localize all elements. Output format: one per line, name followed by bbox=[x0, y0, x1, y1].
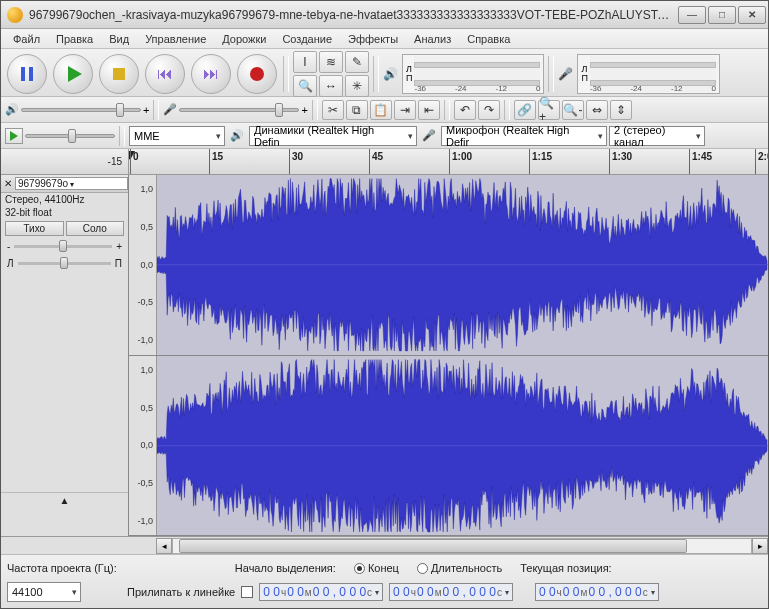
menu-transport[interactable]: Управление bbox=[137, 31, 214, 47]
horizontal-scrollbar[interactable]: ◂ ▸ bbox=[1, 536, 768, 554]
timeshift-tool-icon[interactable]: ↔ bbox=[319, 75, 343, 97]
amplitude-scale-left: 1,0 0,5 0,0 -0,5 -1,0 bbox=[129, 175, 157, 355]
audio-host-dropdown[interactable]: MME bbox=[129, 126, 225, 146]
minimize-button[interactable]: — bbox=[678, 6, 706, 24]
speaker-icon: 🔊 bbox=[383, 67, 398, 81]
window-title: 96799679ochen_-krasivaya-muzyka96799679-… bbox=[29, 8, 676, 22]
fit-project-icon[interactable]: ⇕ bbox=[610, 100, 632, 120]
draw-tool-icon[interactable]: ✎ bbox=[345, 51, 369, 73]
selection-tool-icon[interactable]: I bbox=[293, 51, 317, 73]
menu-effects[interactable]: Эффекты bbox=[340, 31, 406, 47]
mute-button[interactable]: Тихо bbox=[5, 221, 64, 236]
copy-icon[interactable]: ⧉ bbox=[346, 100, 368, 120]
selection-toolbar: Частота проекта (Гц): Начало выделения: … bbox=[1, 554, 768, 608]
paste-icon[interactable]: 📋 bbox=[370, 100, 392, 120]
menu-help[interactable]: Справка bbox=[459, 31, 518, 47]
menu-analyze[interactable]: Анализ bbox=[406, 31, 459, 47]
maximize-button[interactable]: □ bbox=[708, 6, 736, 24]
app-icon bbox=[7, 7, 23, 23]
envelope-tool-icon[interactable]: ≋ bbox=[319, 51, 343, 73]
skip-end-button[interactable] bbox=[191, 54, 231, 94]
project-rate-label: Частота проекта (Гц): bbox=[7, 562, 117, 574]
speaker-device-icon: 🔊 bbox=[230, 129, 244, 142]
track-close-button[interactable]: ✕ bbox=[1, 178, 15, 189]
mic-device-icon: 🎤 bbox=[422, 129, 436, 142]
waveform-area[interactable]: 1,0 0,5 0,0 -0,5 -1,0 1,0 0,5 0,0 -0,5 -… bbox=[129, 175, 768, 536]
selection-end-field[interactable]: 0 0ч 0 0м 0 0 , 0 0 0с ▾ bbox=[389, 583, 513, 601]
length-radio[interactable]: Длительность bbox=[417, 562, 502, 574]
snap-to-checkbox[interactable] bbox=[241, 586, 253, 598]
waveform-right-channel[interactable]: 1,0 0,5 0,0 -0,5 -1,0 bbox=[129, 356, 768, 537]
mic-small-icon: 🎤 bbox=[163, 103, 177, 116]
audio-position-label: Текущая позиция: bbox=[520, 562, 611, 574]
input-volume-slider[interactable] bbox=[179, 108, 299, 112]
fit-selection-icon[interactable]: ⇔ bbox=[586, 100, 608, 120]
input-channels-dropdown[interactable]: 2 (стерео) канал bbox=[609, 126, 705, 146]
audio-position-field[interactable]: 0 0ч 0 0м 0 0 , 0 0 0с ▾ bbox=[535, 583, 659, 601]
mic-icon: 🎤 bbox=[558, 67, 573, 81]
snap-to-label: Прилипать к линейке bbox=[127, 586, 235, 598]
record-meter[interactable]: Л П -36-24-120 bbox=[577, 54, 719, 94]
menubar: Файл Правка Вид Управление Дорожки Созда… bbox=[1, 29, 768, 49]
close-button[interactable]: ✕ bbox=[738, 6, 766, 24]
cut-icon[interactable]: ✂ bbox=[322, 100, 344, 120]
track-control-panel: ✕ 96799679o Стерео, 44100Hz 32-bit float… bbox=[1, 175, 129, 536]
output-volume-slider[interactable] bbox=[21, 108, 141, 112]
pause-button[interactable] bbox=[7, 54, 47, 94]
device-toolbar: MME 🔊 Динамики (Realtek High Defin 🎤 Мик… bbox=[1, 123, 768, 149]
menu-edit[interactable]: Правка bbox=[48, 31, 101, 47]
silence-icon[interactable]: ⇤ bbox=[418, 100, 440, 120]
trim-icon[interactable]: ⇥ bbox=[394, 100, 416, 120]
sync-lock-icon[interactable]: 🔗 bbox=[514, 100, 536, 120]
stop-button[interactable] bbox=[99, 54, 139, 94]
menu-file[interactable]: Файл bbox=[5, 31, 48, 47]
transport-toolbar: I ≋ ✎ 🔍 ↔ ✳ 🔊 Л П -36-24-120 bbox=[1, 49, 768, 97]
titlebar: 96799679ochen_-krasivaya-muzyka96799679-… bbox=[1, 1, 768, 29]
project-rate-dropdown[interactable]: 44100 bbox=[7, 582, 81, 602]
scroll-left-button[interactable]: ◂ bbox=[156, 538, 172, 554]
solo-button[interactable]: Соло bbox=[66, 221, 125, 236]
amplitude-scale-right: 1,0 0,5 0,0 -0,5 -1,0 bbox=[129, 356, 157, 536]
zoom-in-icon[interactable]: 🔍+ bbox=[538, 100, 560, 120]
tracks-area: ✕ 96799679o Стерео, 44100Hz 32-bit float… bbox=[1, 175, 768, 536]
scroll-right-button[interactable]: ▸ bbox=[752, 538, 768, 554]
multi-tool-icon[interactable]: ✳ bbox=[345, 75, 369, 97]
menu-tracks[interactable]: Дорожки bbox=[214, 31, 274, 47]
pan-slider[interactable] bbox=[18, 262, 111, 265]
selection-start-field[interactable]: 0 0ч 0 0м 0 0 , 0 0 0с ▾ bbox=[259, 583, 383, 601]
transcription-speed-slider[interactable] bbox=[25, 134, 115, 138]
menu-view[interactable]: Вид bbox=[101, 31, 137, 47]
zoom-tool-icon[interactable]: 🔍 bbox=[293, 75, 317, 97]
zoom-out-icon[interactable]: 🔍- bbox=[562, 100, 584, 120]
speaker-small-icon: 🔊 bbox=[5, 103, 19, 116]
output-device-dropdown[interactable]: Динамики (Realtek High Defin bbox=[249, 126, 417, 146]
timeline-ruler[interactable]: -15 01530451:001:151:301:452:00 bbox=[1, 149, 768, 175]
redo-icon[interactable]: ↷ bbox=[478, 100, 500, 120]
track-format-label: Стерео, 44100Hz bbox=[1, 193, 128, 206]
playback-meter[interactable]: Л П -36-24-120 bbox=[402, 54, 544, 94]
input-device-dropdown[interactable]: Микрофон (Realtek High Defir bbox=[441, 126, 607, 146]
record-button[interactable] bbox=[237, 54, 277, 94]
waveform-left-channel[interactable]: 1,0 0,5 0,0 -0,5 -1,0 bbox=[129, 175, 768, 356]
mixer-toolbar: 🔊 + 🎤 + ✂ ⧉ 📋 ⇥ ⇤ ↶ ↷ 🔗 🔍+ 🔍- ⇔ ⇕ bbox=[1, 97, 768, 123]
track-menu-dropdown[interactable]: 96799679o bbox=[15, 177, 128, 190]
menu-generate[interactable]: Создание bbox=[274, 31, 340, 47]
selection-start-label: Начало выделения: bbox=[235, 562, 336, 574]
transcription-play-button[interactable] bbox=[5, 128, 23, 144]
play-button[interactable] bbox=[53, 54, 93, 94]
track-bitdepth-label: 32-bit float bbox=[1, 206, 128, 219]
undo-icon[interactable]: ↶ bbox=[454, 100, 476, 120]
collapse-button[interactable]: ▲ bbox=[1, 492, 128, 508]
end-radio[interactable]: Конец bbox=[354, 562, 399, 574]
skip-start-button[interactable] bbox=[145, 54, 185, 94]
gain-slider[interactable] bbox=[14, 245, 112, 248]
